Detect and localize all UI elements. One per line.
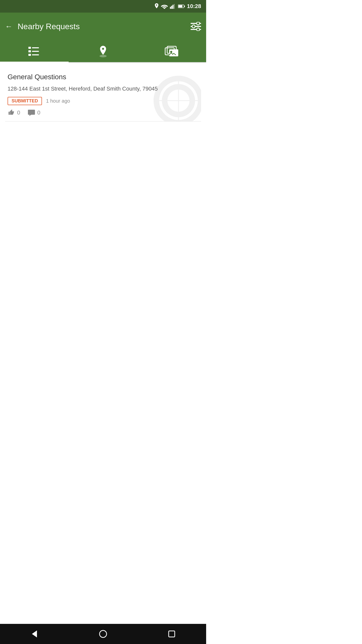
svg-rect-22 [169,49,178,56]
tab-map[interactable] [69,40,137,62]
time-ago: 1 hour ago [46,98,70,104]
comments-stat: 0 [28,109,40,116]
svg-rect-3 [174,4,175,9]
status-time: 10:28 [187,3,201,10]
svg-rect-14 [32,47,39,48]
battery-icon [178,4,185,8]
request-card[interactable]: General Questions 128-144 East 1st Stree… [5,68,201,122]
svg-rect-17 [28,54,31,56]
svg-rect-16 [32,51,39,52]
votes-stat: 0 [8,109,20,116]
svg-rect-13 [28,47,31,49]
app-bar: ← Nearby Requests [0,13,206,40]
comments-count: 0 [37,109,40,116]
svg-rect-1 [171,6,172,9]
filter-icon[interactable] [191,22,201,31]
tab-list[interactable] [0,40,69,62]
location-icon [154,3,159,9]
svg-point-8 [197,22,200,25]
content-area: General Questions 128-144 East 1st Stree… [0,63,206,127]
svg-rect-15 [28,50,31,52]
status-badge: SUBMITTED [8,97,42,105]
app-bar-title: Nearby Requests [18,22,80,31]
comments-icon [28,109,35,116]
svg-point-19 [100,55,107,57]
list-tab-icon [28,46,40,56]
svg-point-12 [197,28,200,31]
tab-bar [0,40,206,63]
back-button[interactable]: ← [5,22,13,31]
wifi-icon [161,4,168,9]
votes-icon [8,109,15,116]
svg-rect-18 [32,54,39,55]
svg-rect-2 [172,5,173,9]
request-title: General Questions [8,73,199,81]
svg-rect-6 [184,6,185,7]
svg-point-10 [192,25,195,28]
tab-gallery[interactable] [138,40,206,62]
signal-icon [170,4,176,9]
request-address: 128-144 East 1st Street, Hereford, Deaf … [8,85,199,93]
request-meta: SUBMITTED 1 hour ago [8,97,199,105]
svg-rect-0 [170,7,171,9]
status-bar: 10:28 [0,0,206,13]
votes-count: 0 [17,109,20,116]
request-stats: 0 0 [8,109,199,116]
map-tab-icon [97,45,109,57]
gallery-tab-icon [165,46,179,57]
status-icons: 10:28 [154,3,201,10]
app-bar-left: ← Nearby Requests [5,22,80,31]
svg-rect-5 [178,5,182,8]
